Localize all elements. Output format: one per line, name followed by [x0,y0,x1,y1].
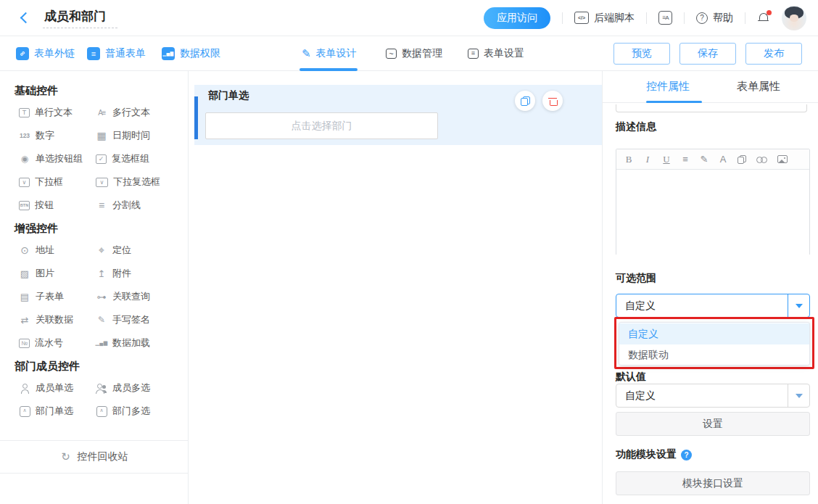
sidebar-item-locate[interactable]: 定位 [96,239,173,262]
tab-form-settings[interactable]: 表单设置 [468,36,524,70]
publish-button[interactable]: 发布 [745,43,802,65]
sidebar-item-subform[interactable]: 子表单 [19,285,96,308]
contacts-icon[interactable] [658,11,672,25]
module-api-settings-button[interactable]: 模块接口设置 [616,471,810,495]
sidebar-item-signature[interactable]: 手写签名 [96,308,173,331]
range-select-value: 自定义 [625,299,656,313]
sidebar-item-date-time[interactable]: 日期时间 [96,124,173,147]
divider [562,12,563,24]
save-button[interactable]: 保存 [679,43,736,65]
panel-tabs: 控件属性 表单属性 [603,71,818,103]
notification-bell-button[interactable] [757,12,770,25]
range-select-arrow-button[interactable] [788,294,809,317]
sidebar-item-serial-number[interactable]: 流水号 [19,331,96,355]
sidebar-item-member-multi[interactable]: 成员多选 [96,376,173,400]
sidebar-item-checkbox-group[interactable]: 复选框组 [96,147,173,170]
sidebar-item-data-load[interactable]: 数据加载 [96,331,173,355]
underline-icon[interactable]: U [662,154,671,165]
back-chevron-icon[interactable] [20,12,32,24]
widget-recycle-bin[interactable]: 控件回收站 [0,440,188,474]
date-time-icon [96,131,107,141]
link-icon[interactable] [756,156,767,163]
sidebar-item-attachment[interactable]: 附件 [96,262,173,285]
backend-script-label: 后端脚本 [594,12,635,25]
sidebar-item-related-data[interactable]: 关联数据 [19,308,96,331]
dropdown-option-custom[interactable]: 自定义 [619,323,809,344]
image-icon [19,268,30,279]
serial-number-icon [19,339,30,348]
data-manage-icon [386,49,397,59]
sidebar-item-number[interactable]: 数字 [19,124,96,147]
default-select-arrow-button[interactable] [788,384,809,407]
description-editor-body[interactable] [616,170,809,255]
related-query-icon [96,292,107,302]
sidebar-item-dept-multi[interactable]: 部门多选 [96,400,173,423]
sidebar-item-address[interactable]: 地址 [19,239,96,262]
code-icon [574,12,589,24]
sidebar-item-image[interactable]: 图片 [19,262,96,285]
field-title-input-clipped[interactable] [616,104,807,112]
divider-icon [96,200,107,211]
copy-icon[interactable] [738,155,746,164]
preview-button[interactable]: 预览 [614,43,670,65]
copy-icon [521,96,530,106]
checkbox-group-icon [96,154,107,164]
sidebar-item-dept-single[interactable]: 部门单选 [19,400,96,423]
set-button[interactable]: 设置 [616,412,810,436]
editor-toolbar: B I U ≡ ✎ A [616,149,809,170]
default-value-select[interactable]: 自定义 [616,384,810,408]
sidebar-item-button[interactable]: 按钮 [19,194,96,217]
help-button[interactable]: 帮助 [696,12,733,25]
delete-icon [548,96,557,106]
default-value-select-value: 自定义 [625,389,656,402]
description-editor: B I U ≡ ✎ A [616,149,810,255]
copy-field-button[interactable] [515,91,535,111]
nav-item-form-external-link[interactable]: 表单外链 [16,36,75,70]
sidebar-item-divider[interactable]: 分割线 [96,194,173,217]
bold-icon[interactable]: B [624,154,633,165]
sidebar-item-single-line-text[interactable]: 单行文本 [19,101,96,124]
page-title: 成员和部门 [43,8,117,28]
italic-icon[interactable]: I [643,154,652,165]
app-access-button[interactable]: 应用访问 [484,7,550,29]
field-placeholder: 点击选择部门 [292,120,352,133]
delete-field-button[interactable] [542,91,563,111]
radio-group-icon [19,154,30,165]
sidebar-item-related-query[interactable]: 关联查询 [96,285,173,308]
secondary-nav: 表单外链 普通表单 数据权限 表单设计 数据管理 表单设置 预览 保存 发布 [0,36,818,71]
range-select[interactable]: 自定义 [616,294,810,318]
avatar[interactable] [782,6,806,30]
section-title-enhanced: 增强控件 [15,222,188,235]
dept-single-icon [19,406,30,417]
selected-field-dept-single[interactable]: 部门单选 点击选择部门 [194,85,602,145]
backend-script-button[interactable]: 后端脚本 [574,12,635,25]
dropdown-icon [19,178,30,187]
tab-form-properties[interactable]: 表单属性 [737,71,780,102]
attachment-icon [96,268,107,279]
dropdown-option-data-linkage[interactable]: 数据联动 [619,344,809,365]
font-color-icon[interactable]: A [719,154,727,165]
divider [745,12,745,24]
app-window: 成员和部门 应用访问 后端脚本 帮助 表 [0,0,818,504]
single-line-text-icon [19,108,30,117]
member-single-icon [19,383,30,394]
related-data-icon [19,315,30,326]
sidebar-item-multi-dropdown[interactable]: 下拉复选框 [96,170,173,194]
dept-picker-input[interactable]: 点击选择部门 [205,112,438,139]
sidebar-item-member-single[interactable]: 成员单选 [19,376,96,400]
multi-line-text-icon [96,107,107,118]
field-label: 部门单选 [208,89,249,102]
sidebar-item-radio-group[interactable]: 单选按钮组 [19,147,96,170]
pencil-icon[interactable]: ✎ [700,154,708,165]
help-circle-icon[interactable] [681,450,692,460]
align-icon[interactable]: ≡ [681,154,690,165]
tab-data-manage[interactable]: 数据管理 [386,36,442,70]
nav-item-normal-form[interactable]: 普通表单 [87,36,146,70]
tab-widget-properties[interactable]: 控件属性 [646,71,690,102]
sidebar-item-multi-line-text[interactable]: 多行文本 [96,101,173,124]
tab-form-design[interactable]: 表单设计 [302,36,357,70]
insert-image-icon[interactable] [777,155,788,163]
nav-item-data-permission[interactable]: 数据权限 [162,36,220,70]
sidebar-item-dropdown[interactable]: 下拉框 [19,170,96,194]
chevron-down-icon [796,304,803,308]
